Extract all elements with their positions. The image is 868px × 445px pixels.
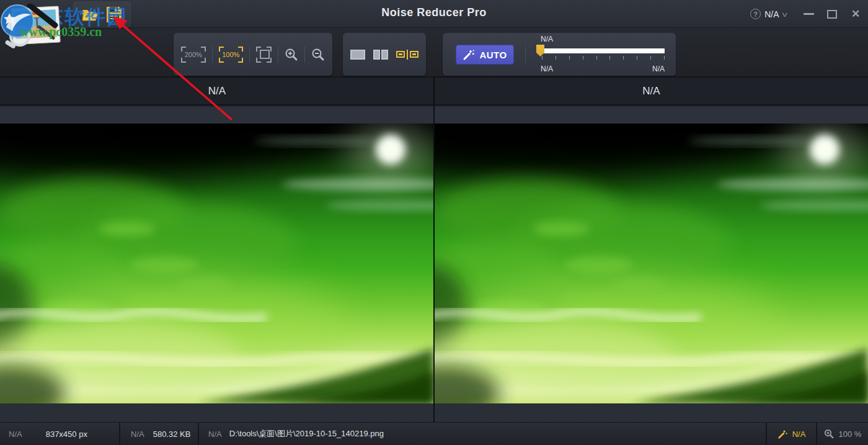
help-icon: ?	[750, 9, 761, 19]
zoom-in-icon	[285, 48, 298, 61]
toolbar: 200% 100%	[0, 28, 868, 78]
magic-wand-icon	[777, 429, 788, 439]
minimize-button[interactable]	[801, 7, 816, 22]
statusbar: N/A 837x450 px N/A 580.32 KB N/A D:\tool…	[0, 422, 868, 445]
zoom-200-button[interactable]: 200%	[181, 47, 206, 63]
preview-image[interactable]	[435, 124, 868, 403]
magic-wand-icon	[463, 48, 475, 61]
zoom-level-icon	[824, 429, 834, 439]
zoom-100-button[interactable]: 100%	[219, 47, 244, 63]
slider-min-label: N/A	[541, 65, 553, 73]
original-panel-header: N/A	[0, 78, 434, 106]
single-view-button[interactable]	[350, 50, 365, 60]
dimensions-label: N/A	[9, 429, 22, 439]
chevron-down-icon: v	[782, 11, 787, 18]
zoom-100-label: 100%	[222, 51, 239, 58]
noise-strength-slider[interactable]: N/A N/A N/A	[536, 33, 668, 76]
filepath-value: D:\tools\桌面\图片\2019-10-15_140219.png	[229, 428, 384, 439]
close-button[interactable]: ✕	[848, 7, 863, 22]
bracket-icon	[181, 47, 186, 52]
auto-button[interactable]: AUTO	[456, 45, 514, 65]
original-image[interactable]	[0, 124, 434, 403]
close-icon: ✕	[851, 7, 860, 20]
preview-panel-title: N/A	[642, 85, 660, 97]
divider	[304, 47, 305, 63]
status-noise-level: N/A	[767, 423, 816, 445]
panel-bottom-strip	[0, 403, 434, 422]
divider	[525, 47, 526, 63]
zoom-in-button[interactable]	[285, 48, 298, 61]
split-view-button[interactable]	[373, 50, 388, 60]
zoom-out-button[interactable]	[311, 48, 325, 61]
slider-track[interactable]	[541, 48, 665, 53]
filepath-label: N/A	[208, 429, 222, 439]
compare-view-button[interactable]	[396, 50, 418, 60]
panel-gap-band	[0, 107, 434, 124]
status-filepath: N/A D:\tools\桌面\图片\2019-10-15_140219.png	[199, 423, 766, 445]
zoom-out-icon	[311, 48, 325, 61]
filesize-value: 580.32 KB	[153, 429, 191, 439]
help-label: N/A	[764, 9, 779, 19]
preview-panel-header: N/A	[435, 78, 868, 106]
status-dimensions: N/A 837x450 px	[0, 423, 119, 445]
divider	[212, 47, 213, 63]
titlebar-controls: ? N/A v ✕	[750, 0, 863, 28]
filesize-label: N/A	[131, 429, 144, 439]
maximize-icon	[827, 10, 837, 19]
preview-image-panel: N/A	[435, 78, 868, 422]
compare-view-icon	[396, 51, 405, 58]
panel-gap-band	[435, 107, 868, 124]
bracket-icon	[219, 47, 224, 52]
status-zoom-level: 100 %	[817, 423, 868, 445]
auto-toolbar-panel: AUTO N/A N/A N/A	[443, 33, 676, 76]
noise-level-value: N/A	[792, 429, 806, 439]
slider-max-label: N/A	[652, 65, 665, 73]
divider	[249, 47, 250, 63]
help-menu[interactable]: ? N/A v	[750, 9, 786, 19]
dimensions-value: 837x450 px	[46, 429, 87, 439]
zoom-200-label: 200%	[185, 51, 202, 58]
image-viewer: N/A N/A	[0, 78, 868, 422]
status-filesize: N/A 580.32 KB	[120, 423, 198, 445]
slider-value-label: N/A	[541, 35, 553, 43]
original-panel-title: N/A	[208, 85, 226, 97]
split-view-icon	[373, 50, 380, 60]
watermark-site-url: www.pc0359.cn	[20, 25, 102, 39]
view-mode-toolbar-panel	[343, 33, 426, 76]
zoom-toolbar-panel: 200% 100%	[174, 33, 332, 76]
panel-bottom-strip	[435, 403, 868, 422]
zoom-level-value: 100 %	[839, 429, 862, 439]
slider-thumb[interactable]	[536, 45, 544, 56]
app-window: Noise Reducer Pro ? N/A v ✕	[0, 0, 868, 445]
fit-to-screen-button[interactable]	[256, 47, 272, 63]
minimize-icon	[804, 13, 814, 15]
original-image-panel: N/A	[0, 78, 434, 422]
slider-ticks	[542, 56, 665, 60]
auto-button-label: AUTO	[479, 50, 507, 60]
divider	[278, 47, 278, 63]
maximize-button[interactable]	[825, 7, 839, 22]
